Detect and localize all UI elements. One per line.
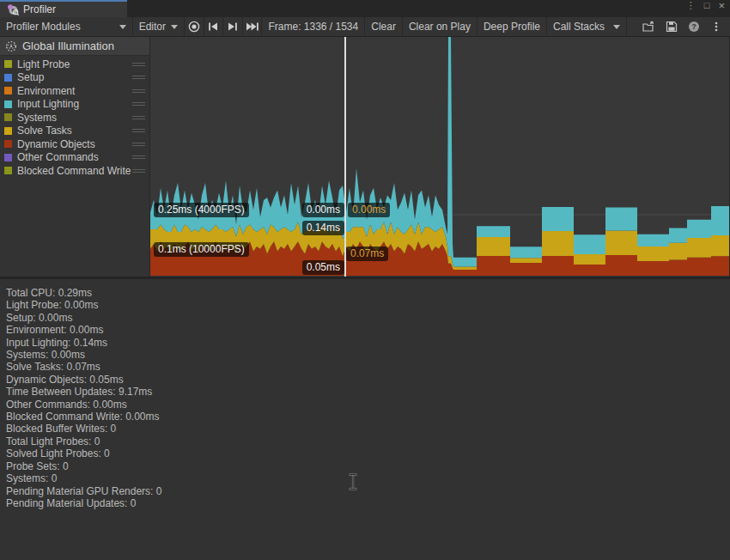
drag-handle-icon[interactable] xyxy=(132,76,145,79)
clear-button[interactable]: Clear xyxy=(365,17,403,36)
close-icon[interactable]: × xyxy=(718,1,725,10)
stat-line: Setup: 0.00ms xyxy=(6,312,730,324)
legend-item-environment[interactable]: Environment xyxy=(0,84,149,98)
stat-line: Systems: 0.00ms xyxy=(6,349,730,361)
call-stacks-dropdown[interactable]: Call Stacks xyxy=(547,17,627,36)
profiler-modules-dropdown[interactable]: Profiler Modules xyxy=(0,17,133,36)
series-label: Systems xyxy=(17,112,132,124)
deep-profile-button[interactable]: Deep Profile xyxy=(478,17,547,36)
module-title: Global Illumination xyxy=(22,40,114,52)
stat-line: Solve Tasks: 0.07ms xyxy=(6,361,730,373)
stat-line: Pending Material Updates: 0 xyxy=(6,497,730,509)
legend-item-solve-tasks[interactable]: Solve Tasks xyxy=(0,125,149,138)
chevron-down-icon xyxy=(171,25,178,29)
series-label: Light Probe xyxy=(17,58,132,70)
call-stacks-label: Call Stacks xyxy=(553,21,605,33)
stat-line: Light Probe: 0.00ms xyxy=(6,299,730,311)
record-button[interactable] xyxy=(185,17,204,36)
series-label: Environment xyxy=(17,85,132,97)
legend-item-dynamic-objects[interactable]: Dynamic Objects xyxy=(0,137,149,151)
series-label: Solve Tasks xyxy=(17,125,132,137)
folder-open-icon xyxy=(642,21,656,33)
drag-handle-icon[interactable] xyxy=(132,63,145,66)
series-label: Setup xyxy=(17,71,132,83)
series-color-swatch xyxy=(4,60,12,68)
editor-target-dropdown[interactable]: Editor xyxy=(133,17,185,36)
drag-handle-icon[interactable] xyxy=(132,155,145,159)
record-icon xyxy=(187,20,201,33)
current-frame-button[interactable] xyxy=(243,17,263,36)
module-sidebar: Global Illumination Light ProbeSetupEnvi… xyxy=(0,37,150,277)
chart-value-label: 0.05ms xyxy=(302,260,344,275)
previous-frame-button[interactable] xyxy=(204,17,224,36)
profiler-window: Profiler ⋮ □ × Profiler Modules Editor xyxy=(0,0,730,560)
stat-line: Total Light Probes: 0 xyxy=(6,435,730,447)
series-color-swatch xyxy=(4,127,12,135)
drag-handle-icon[interactable] xyxy=(132,169,145,173)
series-color-swatch xyxy=(4,113,12,121)
stat-line: Environment: 0.00ms xyxy=(6,324,730,336)
next-frame-button[interactable] xyxy=(223,17,243,36)
global-illumination-icon xyxy=(5,40,17,52)
clear-on-play-button[interactable]: Clear on Play xyxy=(403,17,478,36)
chart-value-label: 0.1ms (10000FPS) xyxy=(154,242,249,257)
stat-line: Total CPU: 0.29ms xyxy=(6,287,730,299)
tab-profiler[interactable]: Profiler xyxy=(0,0,127,17)
legend-item-setup[interactable]: Setup xyxy=(0,71,149,85)
drag-handle-icon[interactable] xyxy=(132,129,145,132)
editor-label: Editor xyxy=(139,21,166,33)
tab-title: Profiler xyxy=(23,3,56,15)
series-color-swatch xyxy=(4,100,12,108)
series-label: Input Lighting xyxy=(17,98,132,110)
legend-item-systems[interactable]: Systems xyxy=(0,111,149,125)
series-label: Other Commands xyxy=(17,151,132,163)
stat-line: Solved Light Probes: 0 xyxy=(6,447,730,460)
help-button[interactable]: ? xyxy=(684,21,704,33)
chart-value-label: 0.00ms xyxy=(348,203,390,217)
series-color-swatch xyxy=(4,140,12,148)
series-label: Blocked Command Write xyxy=(17,165,132,177)
gi-profiler-chart[interactable]: 0.25ms (4000FPS)0.1ms (10000FPS)0.00ms0.… xyxy=(150,37,729,277)
series-label: Dynamic Objects xyxy=(17,138,132,150)
drag-handle-icon[interactable] xyxy=(132,116,145,119)
tab-bar: Profiler ⋮ □ × xyxy=(0,0,730,17)
series-color-swatch xyxy=(4,154,12,161)
maximize-icon[interactable]: □ xyxy=(704,1,710,10)
toolbar-spacer xyxy=(627,17,639,36)
context-menu-button[interactable] xyxy=(706,21,727,33)
module-header[interactable]: Global Illumination xyxy=(0,37,149,56)
frame-counter: Frame: 1336 / 1534 xyxy=(262,17,365,36)
stat-line: Other Commands: 0.00ms xyxy=(6,399,730,411)
drag-handle-icon[interactable] xyxy=(132,102,145,106)
legend-item-other-commands[interactable]: Other Commands xyxy=(0,151,149,165)
window-controls: ⋮ □ × xyxy=(686,1,725,10)
help-icon: ? xyxy=(688,21,700,33)
chevron-down-icon xyxy=(613,25,620,29)
legend-item-light-probe[interactable]: Light Probe xyxy=(0,58,149,71)
chevron-down-icon xyxy=(119,25,126,29)
window-menu-icon[interactable]: ⋮ xyxy=(686,1,696,10)
selected-frame-indicator[interactable] xyxy=(344,37,346,277)
legend-item-input-lighting[interactable]: Input Lighting xyxy=(0,98,149,112)
drag-handle-icon[interactable] xyxy=(132,89,145,93)
chart-value-label: 0.00ms xyxy=(302,203,344,217)
previous-frame-icon xyxy=(207,21,219,33)
save-icon xyxy=(666,21,678,33)
save-profile-button[interactable] xyxy=(661,21,682,33)
stat-line: Pending Material GPU Renders: 0 xyxy=(6,485,730,497)
svg-text:?: ? xyxy=(691,22,697,31)
stat-line: Systems: 0 xyxy=(6,472,730,484)
stat-line: Dynamic Objects: 0.05ms xyxy=(6,374,730,386)
drag-handle-icon[interactable] xyxy=(132,143,145,146)
stats-panel: Total CPU: 0.29msLight Probe: 0.00msSetu… xyxy=(0,279,730,560)
series-legend: Light ProbeSetupEnvironmentInput Lightin… xyxy=(0,56,149,178)
stacked-area-chart xyxy=(150,37,729,276)
load-profile-button[interactable] xyxy=(639,21,660,33)
stat-line: Input Lighting: 0.14ms xyxy=(6,337,730,349)
stat-line: Time Between Updates: 9.17ms xyxy=(6,386,730,398)
chart-value-label: 0.14ms xyxy=(302,221,344,235)
stat-line: Probe Sets: 0 xyxy=(6,460,730,472)
series-color-swatch xyxy=(4,74,12,82)
legend-item-blocked-command-write[interactable]: Blocked Command Write xyxy=(0,164,149,178)
series-color-swatch xyxy=(4,87,12,94)
